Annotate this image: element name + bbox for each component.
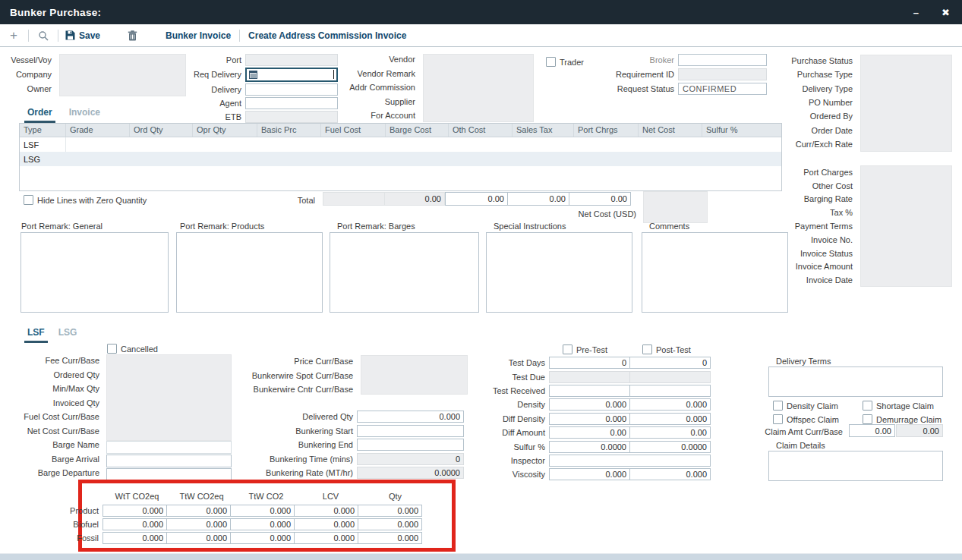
search-button[interactable]	[36, 30, 51, 41]
viscosity-pre-field[interactable]: 0.000	[549, 468, 630, 480]
tab-lsf[interactable]: LSF	[24, 326, 48, 343]
co2-product-lcv[interactable]: 0.000	[294, 505, 358, 517]
broker-field[interactable]	[678, 54, 767, 66]
post-test-checkbox[interactable]	[642, 344, 652, 354]
delivery-field[interactable]	[245, 83, 338, 96]
density-claim-checkbox[interactable]	[773, 401, 783, 411]
barge-name-field[interactable]	[106, 441, 232, 454]
co2-fossil-lcv[interactable]: 0.000	[294, 532, 358, 544]
co2-product-ttw-co2eq[interactable]: 0.000	[166, 505, 231, 517]
port-charges-label: Port Charges	[790, 168, 856, 177]
port-field[interactable]	[245, 54, 338, 66]
net-cost-usd-field	[643, 191, 708, 223]
special-instructions-textarea[interactable]	[486, 232, 632, 313]
delete-button[interactable]	[125, 30, 140, 41]
sulfur-pre-field[interactable]: 0.0000	[549, 441, 630, 453]
cancelled-checkbox[interactable]	[107, 344, 117, 354]
claim-amt-field[interactable]: 0.00	[849, 424, 895, 437]
port-remark-products-textarea[interactable]	[176, 232, 323, 313]
close-icon[interactable]: ✖	[941, 7, 950, 18]
claim-details-textarea[interactable]	[768, 451, 943, 481]
density-post-field[interactable]: 0.000	[629, 398, 711, 411]
agent-field[interactable]	[245, 97, 338, 109]
col-ord-qty[interactable]: Ord Qty	[130, 124, 193, 137]
col-barge-cost[interactable]: Barge Cost	[386, 124, 449, 137]
po-number-label: PO Number	[790, 98, 856, 107]
req-delivery-field[interactable]	[245, 68, 338, 82]
shortage-claim-checkbox[interactable]	[863, 401, 872, 411]
tab-lsg[interactable]: LSG	[55, 326, 80, 343]
co2-fossil-qty[interactable]: 0.000	[358, 532, 422, 544]
cancelled-checkbox-row: Cancelled	[107, 344, 158, 354]
port-label: Port	[172, 55, 245, 64]
test-grid: Test Days 0 0 Test Due Test Received Den…	[425, 356, 711, 482]
co2-biofuel-qty[interactable]: 0.000	[358, 518, 422, 530]
offspec-claim-checkbox[interactable]	[773, 414, 783, 424]
barge-arrival-field[interactable]	[106, 455, 232, 467]
test-received-pre-field[interactable]	[549, 385, 630, 397]
hide-zero-qty-checkbox[interactable]	[24, 195, 33, 205]
minimize-icon[interactable]: –	[913, 7, 919, 18]
diff-density-post-field[interactable]: 0.000	[629, 413, 711, 425]
hide-zero-qty-label: Hide Lines with Zero Quantity	[37, 196, 147, 205]
request-status-field[interactable]: CONFIRMED	[678, 83, 767, 95]
col-grade[interactable]: Grade	[66, 124, 130, 137]
co2-fossil-ttw-co2eq[interactable]: 0.000	[166, 532, 231, 544]
bunker-invoice-button[interactable]: Bunker Invoice	[166, 30, 231, 41]
text-cursor	[333, 70, 334, 79]
inspector-field[interactable]	[549, 455, 711, 467]
other-cost-label: Other Cost	[790, 181, 856, 190]
col-type[interactable]: Type	[20, 124, 66, 137]
col-oth-cost[interactable]: Oth Cost	[449, 124, 513, 137]
delivery-terms-label: Delivery Terms	[776, 357, 835, 366]
demurrage-claim-checkbox[interactable]	[863, 414, 872, 424]
add-button[interactable]: +	[6, 30, 21, 41]
col-opr-qty[interactable]: Opr Qty	[193, 124, 257, 137]
test-received-post-field[interactable]	[629, 385, 711, 397]
co2-biofuel-ttw-co2eq[interactable]: 0.000	[166, 518, 231, 530]
etb-field[interactable]	[245, 111, 338, 123]
tab-invoice[interactable]: Invoice	[66, 105, 103, 123]
trader-checkbox[interactable]	[546, 57, 556, 67]
save-button[interactable]: Save	[65, 30, 100, 41]
barging-rate-label: Barging Rate	[790, 194, 856, 203]
port-remark-barges-textarea[interactable]	[330, 232, 479, 313]
co2-product-wtt-co2eq[interactable]: 0.000	[103, 505, 167, 517]
co2-fossil-ttw-co2[interactable]: 0.000	[230, 532, 295, 544]
test-days-post-field[interactable]: 0	[629, 357, 711, 369]
requirement-id-label: Requirement ID	[600, 70, 678, 79]
bunkerwire-cntr-label: Bunkerwire Cntr Curr/Base	[235, 385, 357, 394]
table-row-lsf[interactable]: LSF	[20, 137, 781, 152]
comments-textarea[interactable]	[642, 232, 788, 313]
diff-amount-pre-field[interactable]: 0.00	[549, 426, 630, 439]
diff-amount-post-field[interactable]: 0.00	[629, 426, 711, 439]
delivery-terms-textarea[interactable]	[768, 367, 943, 397]
density-pre-field[interactable]: 0.000	[549, 398, 630, 411]
co2-fossil-wtt-co2eq[interactable]: 0.000	[103, 532, 167, 544]
col-basic-prc[interactable]: Basic Prc	[257, 124, 321, 137]
co2-product-qty[interactable]: 0.000	[358, 505, 422, 517]
calendar-icon[interactable]	[249, 71, 257, 79]
col-net-cost[interactable]: Net Cost	[639, 124, 702, 137]
table-row-lsg[interactable]: LSG	[20, 152, 781, 166]
port-remark-general-textarea[interactable]	[21, 232, 169, 313]
co2-product-ttw-co2[interactable]: 0.000	[230, 505, 295, 517]
col-sulfur[interactable]: Sulfur %	[702, 124, 781, 137]
bunkering-end-label: Bunkering End	[235, 440, 357, 449]
trader-checkbox-row: Trader	[546, 57, 584, 67]
co2-biofuel-lcv[interactable]: 0.000	[294, 518, 358, 530]
co2-biofuel-wtt-co2eq[interactable]: 0.000	[103, 518, 167, 530]
col-port-chrgs[interactable]: Port Chrgs	[574, 124, 639, 137]
col-sales-tax[interactable]: Sales Tax	[513, 124, 574, 137]
sulfur-post-field[interactable]: 0.0000	[629, 441, 711, 453]
tab-order[interactable]: Order	[24, 105, 55, 123]
pre-test-checkbox[interactable]	[563, 344, 572, 354]
addr-commission-label: Addr Commission	[345, 83, 419, 92]
test-days-pre-field[interactable]: 0	[549, 357, 630, 369]
payment-terms-label: Payment Terms	[790, 222, 856, 231]
col-fuel-cost[interactable]: Fuel Cost	[321, 124, 386, 137]
co2-biofuel-ttw-co2[interactable]: 0.000	[230, 518, 295, 530]
create-address-commission-invoice-button[interactable]: Create Address Commission Invoice	[248, 30, 406, 41]
viscosity-post-field[interactable]: 0.000	[629, 468, 711, 480]
diff-density-pre-field[interactable]: 0.000	[549, 413, 630, 425]
